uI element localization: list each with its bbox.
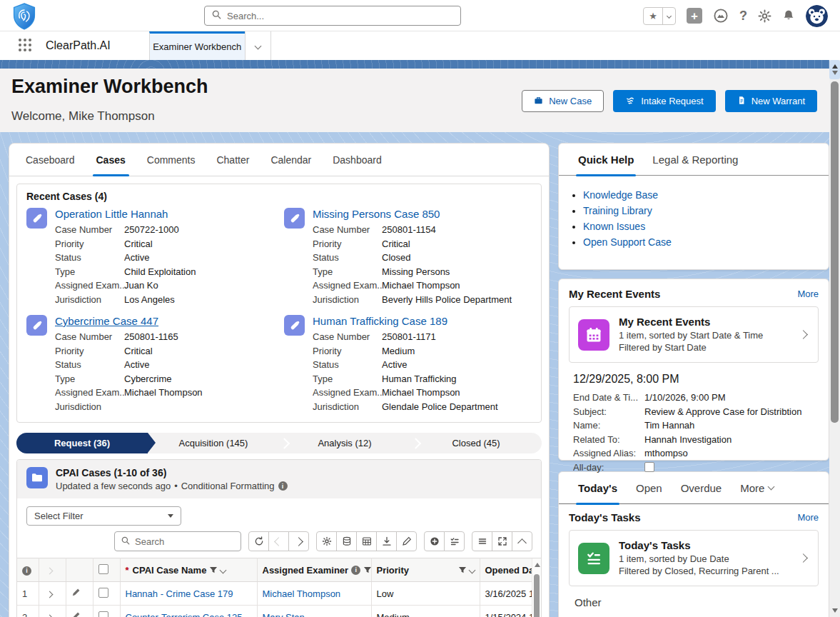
table-view-button[interactable]	[356, 531, 377, 551]
column-menu-caret[interactable]	[220, 566, 227, 573]
case-link[interactable]: Human Trafficking Case 189	[313, 315, 447, 327]
row-checkbox[interactable]	[93, 606, 120, 617]
field-value: Medium	[382, 344, 415, 358]
tab-quick-help[interactable]: Quick Help	[569, 144, 643, 175]
chevron-right-icon[interactable]	[800, 329, 809, 340]
intake-request-button[interactable]: Intake Request	[613, 90, 715, 112]
row-checkbox[interactable]	[93, 582, 120, 606]
path-stage-request[interactable]: Request (36)	[16, 433, 148, 453]
refresh-button[interactable]	[248, 531, 269, 551]
scroll-down-arrow-icon[interactable]	[832, 608, 838, 613]
list-search-input[interactable]	[135, 536, 234, 547]
user-avatar[interactable]	[806, 5, 828, 27]
new-warrant-button[interactable]: New Warrant	[725, 90, 817, 112]
tab-todays[interactable]: Today's	[569, 472, 627, 503]
info-icon[interactable]: i	[278, 481, 288, 491]
scrollbar-arrows[interactable]	[829, 60, 840, 79]
tab-calendar[interactable]: Calendar	[260, 144, 322, 176]
examiner-link[interactable]: Mary Stan	[263, 612, 305, 617]
help-icon[interactable]: ?	[739, 9, 747, 24]
nav-tab-examiner-workbench[interactable]: Examiner Workbench	[149, 31, 245, 60]
row-edit-pencil[interactable]	[66, 582, 93, 606]
table-scrollbar-thumb[interactable]	[534, 574, 540, 617]
tasks-more-link[interactable]: More	[797, 512, 819, 523]
picklist-button[interactable]	[444, 531, 465, 551]
chevron-right-icon[interactable]	[800, 553, 809, 563]
notifications-bell-icon[interactable]	[782, 9, 795, 22]
path-stage-analysis[interactable]: Analysis (12)	[279, 433, 410, 453]
quick-create-plus-icon[interactable]: +	[687, 8, 702, 24]
column-header-priority[interactable]: Priority	[371, 558, 480, 582]
page-scrollbar[interactable]	[829, 60, 840, 617]
table-scrollbar[interactable]	[532, 558, 541, 617]
training-library-link[interactable]: Training Library	[583, 205, 652, 216]
known-issues-link[interactable]: Known Issues	[583, 221, 645, 232]
scroll-up-arrow-icon[interactable]	[535, 563, 540, 567]
column-header-assigned-examiner[interactable]: Assigned Examiner i	[257, 558, 371, 582]
next-page-button[interactable]	[288, 531, 309, 551]
favorites-caret[interactable]	[662, 8, 675, 24]
case-name-link[interactable]: Counter-Terrorism Case 125	[126, 612, 243, 617]
filter-funnel-icon[interactable]	[363, 566, 371, 574]
row-density-button[interactable]	[472, 531, 492, 551]
welcome-text: Welcome, Mike Thompson	[11, 109, 155, 124]
previous-page-button[interactable]	[268, 531, 289, 551]
select-all-checkbox[interactable]	[93, 558, 120, 582]
row-info-column-header[interactable]: i	[17, 558, 39, 582]
tab-dashboard[interactable]: Dashboard	[322, 144, 393, 176]
event-datetime[interactable]: 12/29/2025, 8:00 PM	[573, 373, 819, 386]
trailhead-icon[interactable]	[713, 8, 729, 24]
recent-events-list-card[interactable]: My Recent Events 1 item, sorted by Start…	[569, 306, 819, 363]
open-support-case-link[interactable]: Open Support Case	[583, 236, 672, 248]
tab-cases[interactable]: Cases	[86, 144, 136, 176]
favorites-star-icon[interactable]: ★	[644, 8, 662, 24]
row-expand-chevron[interactable]	[39, 582, 66, 606]
case-link[interactable]: Cybercrime Case 447	[55, 315, 158, 327]
row-expand-chevron[interactable]	[39, 606, 66, 617]
collapse-panel-button[interactable]	[512, 531, 532, 551]
filter-funnel-icon[interactable]	[458, 566, 467, 574]
list-search[interactable]	[114, 531, 241, 551]
filter-select[interactable]: Select Filter	[26, 506, 181, 526]
examiner-link[interactable]: Michael Thompson	[263, 588, 341, 599]
info-icon[interactable]: i	[351, 566, 360, 575]
filter-funnel-icon[interactable]	[209, 566, 218, 574]
scroll-down-arrow-icon[interactable]	[832, 71, 838, 75]
tab-more[interactable]: More	[731, 472, 783, 503]
edit-pencil-button[interactable]	[396, 531, 417, 551]
path-stage-acquisition[interactable]: Acquisition (145)	[148, 433, 279, 453]
column-header-case-name[interactable]: * CPAI Case Name	[120, 558, 257, 582]
field-label: Case Number	[313, 330, 382, 344]
tab-caseboard[interactable]: Caseboard	[15, 144, 86, 176]
tasks-list-card[interactable]: Today's Tasks 1 item, sorted by Due Date…	[569, 530, 819, 586]
tab-legal-reporting[interactable]: Legal & Reporting	[643, 144, 747, 175]
tab-overdue[interactable]: Overdue	[672, 472, 732, 503]
event-field-label: Assigned Alias:	[573, 446, 644, 461]
app-launcher-icon[interactable]	[19, 39, 33, 53]
settings-gear-button[interactable]	[316, 531, 337, 551]
scroll-up-arrow-icon[interactable]	[832, 64, 838, 69]
new-case-button[interactable]: New Case	[522, 90, 604, 112]
tab-chatter[interactable]: Chatter	[206, 144, 260, 176]
path-stage-closed[interactable]: Closed (45)	[410, 433, 542, 453]
nav-tab-caret[interactable]	[245, 31, 271, 60]
task-checklist-icon	[578, 543, 609, 574]
setup-gear-icon[interactable]	[758, 9, 771, 23]
row-edit-pencil[interactable]	[66, 606, 93, 617]
data-source-button[interactable]	[336, 531, 357, 551]
knowledge-base-link[interactable]: Knowledge Base	[583, 189, 658, 201]
add-record-button[interactable]	[424, 531, 445, 551]
expand-fullscreen-button[interactable]	[492, 531, 512, 551]
tab-comments[interactable]: Comments	[136, 144, 206, 176]
case-name-link[interactable]: Hannah - Crime Case 179	[126, 588, 233, 599]
global-search[interactable]	[204, 6, 461, 26]
case-link[interactable]: Operation Little Hannah	[55, 208, 168, 220]
download-button[interactable]	[376, 531, 397, 551]
table-row: 1 Hannah - Crime Case 179 Michael Thomps…	[17, 582, 541, 606]
recent-events-more-link[interactable]: More	[797, 289, 819, 299]
page-scrollbar-thumb[interactable]	[831, 81, 839, 423]
global-search-input[interactable]	[227, 11, 453, 21]
tab-open[interactable]: Open	[627, 472, 672, 503]
column-menu-caret[interactable]	[468, 566, 475, 573]
case-link[interactable]: Missing Persons Case 850	[313, 208, 440, 220]
